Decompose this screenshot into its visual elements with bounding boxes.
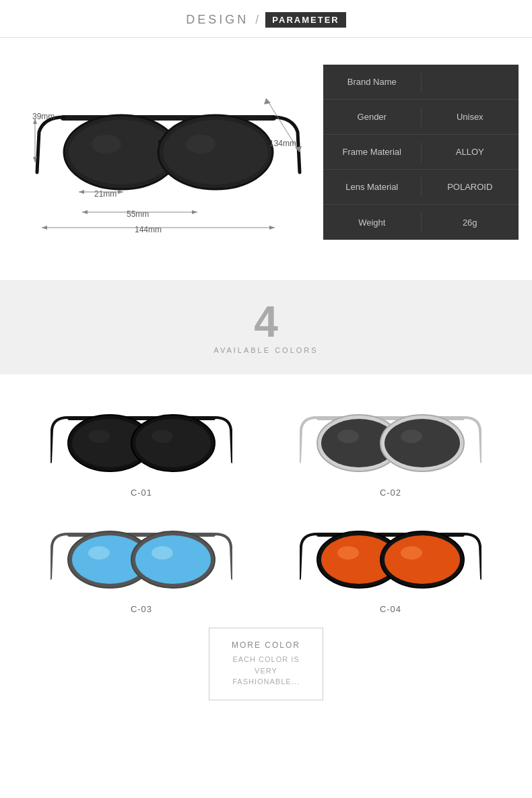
param-row-brand: Brand Name: [323, 65, 519, 100]
more-color-title: MORE COLOR: [220, 640, 312, 650]
param-val-brand: [422, 75, 519, 89]
svg-point-6: [186, 135, 215, 154]
svg-marker-15: [192, 210, 197, 214]
variant-c02[interactable]: C-02: [276, 395, 505, 498]
param-val-gender: Unisex: [422, 105, 519, 129]
page-header: DESIGN / PARAMETER: [0, 0, 532, 38]
svg-marker-14: [82, 210, 88, 214]
svg-point-41: [135, 535, 211, 584]
svg-line-19: [266, 98, 300, 152]
variant-glasses-c02: [300, 395, 481, 482]
variant-c04[interactable]: C-04: [276, 511, 505, 614]
more-color-section: MORE COLOR EACH COLOR IS VERY FASHIONABL…: [27, 614, 505, 727]
specs-section: 39mm 21mm 55mm 144mm: [0, 38, 532, 280]
diagram-area: 39mm 21mm 55mm 144mm: [27, 58, 310, 260]
variant-label-c02: C-02: [380, 488, 401, 498]
separator: /: [255, 13, 259, 27]
param-row-frame: Frame Material ALLOY: [323, 135, 519, 170]
dim-39-arrow: [28, 119, 42, 166]
param-key-frame: Frame Material: [323, 140, 421, 164]
svg-point-28: [152, 430, 173, 443]
parameter-tab[interactable]: PARAMETER: [265, 12, 345, 28]
variant-label-c04: C-04: [380, 604, 401, 614]
dim-21-arrow: [77, 187, 125, 197]
variants-section: C-01 C-02: [0, 374, 532, 747]
svg-point-5: [163, 120, 268, 185]
dim-55-arrow: [81, 207, 199, 217]
svg-point-32: [337, 430, 359, 443]
colors-label: AVAILABLE COLORS: [13, 346, 519, 354]
svg-point-39: [88, 546, 110, 560]
param-key-gender: Gender: [323, 105, 421, 129]
svg-point-49: [401, 546, 422, 560]
more-color-text-1: EACH COLOR IS VERY: [220, 654, 312, 676]
svg-marker-21: [295, 146, 302, 152]
variant-label-c01: C-01: [131, 488, 152, 498]
variant-c03[interactable]: C-03: [27, 511, 256, 614]
dim-134-arrow: [263, 95, 303, 156]
param-row-lens: Lens Material POLAROID: [323, 170, 519, 205]
svg-marker-8: [33, 119, 37, 124]
svg-point-3: [92, 135, 121, 154]
svg-marker-11: [79, 190, 84, 194]
more-color-text-2: FASHIONABLE...: [220, 676, 312, 688]
variant-label-c03: C-03: [131, 604, 152, 614]
variant-glasses-c01: [51, 395, 232, 482]
colors-section: 4 AVAILABLE COLORS: [0, 280, 532, 374]
param-table: Brand Name Gender Unisex Frame Material …: [323, 65, 519, 240]
param-val-weight: 26g: [422, 211, 519, 234]
svg-point-48: [385, 535, 460, 584]
param-key-weight: Weight: [323, 211, 421, 234]
svg-point-27: [135, 419, 211, 467]
svg-point-42: [152, 546, 173, 560]
param-val-lens: POLAROID: [422, 175, 519, 199]
variants-grid: C-01 C-02: [27, 395, 505, 614]
dim-144-arrow: [40, 223, 276, 232]
svg-marker-17: [42, 226, 47, 230]
svg-marker-12: [118, 190, 123, 194]
svg-marker-18: [269, 226, 275, 230]
svg-point-35: [401, 430, 422, 443]
param-key-lens: Lens Material: [323, 175, 421, 199]
param-row-weight: Weight 26g: [323, 205, 519, 240]
variant-glasses-c04: [300, 511, 481, 599]
svg-marker-9: [33, 157, 37, 162]
svg-point-34: [385, 419, 460, 467]
svg-point-25: [88, 430, 110, 443]
param-val-frame: ALLOY: [422, 140, 519, 164]
variant-c01[interactable]: C-01: [27, 395, 256, 498]
design-tab[interactable]: DESIGN: [186, 13, 248, 27]
colors-count: 4: [13, 300, 519, 343]
variant-glasses-c03: [51, 511, 232, 599]
param-row-gender: Gender Unisex: [323, 100, 519, 135]
svg-point-46: [337, 546, 359, 560]
more-color-box[interactable]: MORE COLOR EACH COLOR IS VERY FASHIONABL…: [209, 628, 323, 700]
svg-marker-20: [264, 98, 271, 104]
param-key-brand: Brand Name: [323, 70, 421, 94]
